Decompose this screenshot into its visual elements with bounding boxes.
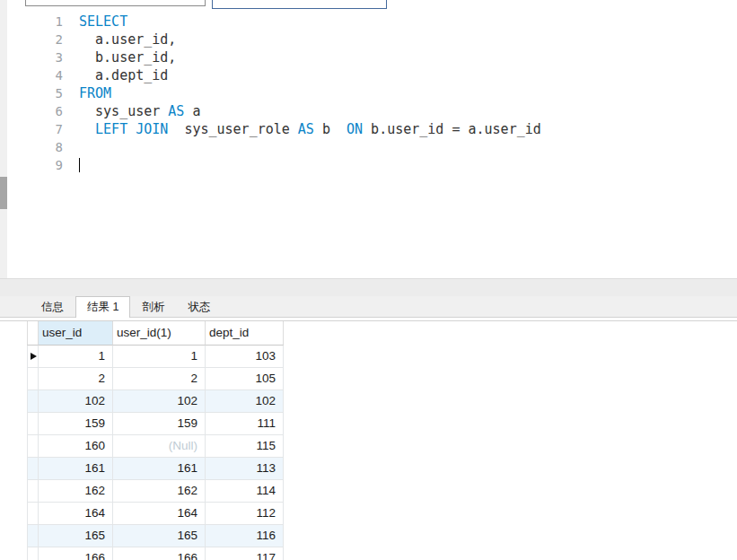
grid-body: 1110322105102102102159159111160(Null)115… (27, 346, 284, 560)
grid-cell[interactable]: 117 (206, 547, 284, 560)
code-text (79, 157, 80, 173)
grid-cell[interactable]: (Null) (113, 435, 206, 458)
grid-cell[interactable]: 159 (39, 413, 113, 435)
grid-cell[interactable]: 111 (206, 413, 284, 435)
tab-info[interactable]: 信息 (30, 296, 75, 317)
tab-status[interactable]: 状态 (176, 296, 222, 317)
result-grid: user_iduser_id(1)dept_id 111032210510210… (0, 320, 737, 560)
table-row: 164164112 (27, 503, 284, 525)
row-marker-cell[interactable] (27, 390, 39, 413)
line-number: 8 (7, 138, 63, 156)
column-header-dept_id[interactable]: dept_id (206, 321, 284, 346)
grid-cell[interactable]: 166 (39, 547, 113, 560)
grid-cell[interactable]: 1 (113, 346, 206, 368)
grid-cell[interactable]: 2 (39, 368, 113, 390)
grid-cell[interactable]: 2 (113, 368, 206, 390)
code-text: LEFT JOIN sys_user_role AS b ON b.user_i… (79, 121, 541, 137)
row-marker-cell[interactable] (27, 503, 39, 525)
code-text: SELECT (79, 13, 127, 30)
grid-cell[interactable]: 159 (113, 413, 206, 435)
grid-cell[interactable]: 162 (39, 480, 113, 503)
code-line: 7 LEFT JOIN sys_user_role AS b ON b.user… (7, 120, 737, 138)
tab-profile[interactable]: 剖析 (130, 296, 176, 317)
row-marker-cell[interactable] (27, 547, 39, 560)
column-header-user_id[interactable]: user_id (39, 321, 113, 346)
grid-cell[interactable]: 161 (113, 458, 206, 480)
sql-editor[interactable]: 1SELECT2 a.user_id,3 b.user_id,4 a.dept_… (7, 9, 737, 278)
grid-cell[interactable]: 166 (113, 547, 206, 560)
left-scrollbar-thumb[interactable] (0, 177, 7, 209)
grid-cell[interactable]: 161 (39, 458, 113, 480)
grid-cell[interactable]: 116 (206, 525, 284, 547)
grid-header-row: user_iduser_id(1)dept_id (27, 321, 284, 346)
row-marker-cell[interactable] (27, 413, 39, 435)
row-marker-cell[interactable] (27, 525, 39, 547)
table-row: 165165116 (27, 525, 284, 547)
code-line: 6 sys_user AS a (7, 102, 737, 120)
table-row: 166166117 (27, 547, 284, 560)
grid-cell[interactable]: 114 (206, 480, 284, 503)
code-text: FROM (79, 85, 111, 101)
code-text: b.user_id, (79, 49, 176, 66)
line-number: 5 (7, 84, 63, 102)
table-row: 102102102 (27, 390, 284, 413)
code-text: sys_user AS a (79, 103, 200, 119)
sql-editor-lines: 1SELECT2 a.user_id,3 b.user_id,4 a.dept_… (7, 13, 737, 174)
row-marker-cell[interactable] (27, 435, 39, 458)
row-marker-cell[interactable] (27, 368, 39, 390)
line-number: 7 (7, 120, 63, 138)
line-number: 6 (7, 102, 63, 120)
grid-cell[interactable]: 165 (39, 525, 113, 547)
tab-result-1[interactable]: 结果 1 (75, 296, 130, 318)
line-number: 3 (7, 48, 63, 66)
row-marker-cell[interactable] (27, 480, 39, 503)
row-marker-cell[interactable] (27, 346, 39, 368)
table-row: 161161113 (27, 458, 284, 480)
grid-cell[interactable]: 102 (113, 390, 206, 413)
code-line: 9 (7, 156, 737, 174)
row-marker-header[interactable] (27, 321, 39, 346)
table-row: 22105 (27, 368, 284, 390)
grid-cell[interactable]: 165 (113, 525, 206, 547)
code-line: 1SELECT (7, 13, 737, 31)
grid-cell[interactable]: 1 (39, 346, 113, 368)
grid-cell[interactable]: 103 (206, 346, 284, 368)
code-text: a.dept_id (79, 67, 168, 83)
grid-cell[interactable]: 164 (113, 503, 206, 525)
column-header-user_id1[interactable]: user_id(1) (113, 321, 206, 346)
code-line: 5FROM (7, 84, 737, 102)
code-line: 2 a.user_id, (7, 31, 737, 48)
grid-cell[interactable]: 162 (113, 480, 206, 503)
grid-cell[interactable]: 102 (39, 390, 113, 413)
code-line: 8 (7, 138, 737, 156)
grid-cell[interactable]: 113 (206, 458, 284, 480)
table-row: 162162114 (27, 480, 284, 503)
code-line: 3 b.user_id, (7, 48, 737, 66)
current-row-marker-icon (31, 353, 37, 360)
left-scrollbar[interactable] (0, 0, 7, 278)
table-row: 11103 (27, 346, 284, 368)
grid-cell[interactable]: 105 (206, 368, 284, 390)
grid-cell[interactable]: 112 (206, 503, 284, 525)
code-text: a.user_id, (79, 31, 176, 48)
result-tabbar: 信息结果 1剖析状态 (0, 296, 737, 318)
text-cursor (79, 158, 80, 172)
grid-cell[interactable]: 115 (206, 435, 284, 458)
database-selector-combo[interactable] (212, 0, 387, 9)
line-number: 9 (7, 156, 63, 174)
table-selector-combo[interactable] (25, 0, 206, 6)
line-number: 4 (7, 66, 63, 84)
table-row: 160(Null)115 (27, 435, 284, 458)
line-number: 2 (7, 31, 63, 48)
grid-cell[interactable]: 102 (206, 390, 284, 413)
table-row: 159159111 (27, 413, 284, 435)
grid-cell[interactable]: 160 (39, 435, 113, 458)
editor-results-splitter[interactable] (0, 278, 737, 296)
row-marker-cell[interactable] (27, 458, 39, 480)
grid-cell[interactable]: 164 (39, 503, 113, 525)
code-line: 4 a.dept_id (7, 66, 737, 84)
line-number: 1 (7, 13, 63, 31)
